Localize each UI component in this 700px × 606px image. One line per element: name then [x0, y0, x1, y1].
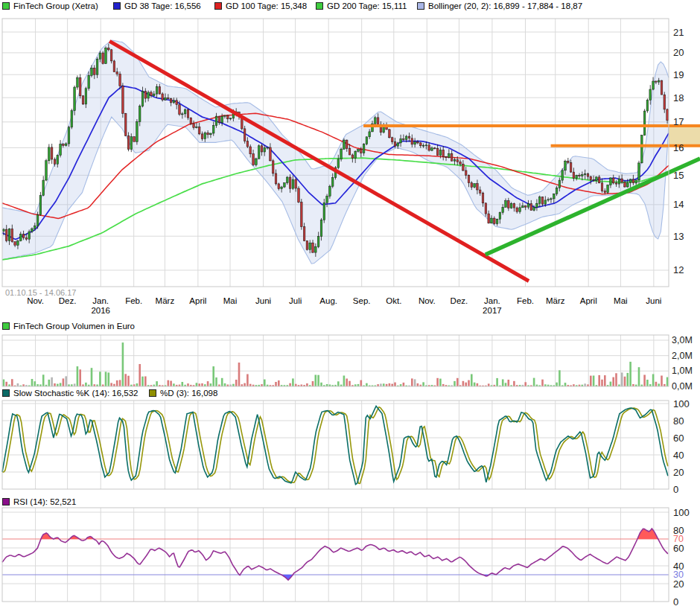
candle-body	[420, 143, 422, 146]
candle-body	[25, 237, 28, 239]
volume-bar	[360, 380, 363, 386]
volume-bar	[63, 378, 65, 386]
candle-body	[99, 53, 101, 59]
candle-body	[122, 86, 124, 114]
candle-body	[187, 109, 189, 118]
candle-body	[82, 96, 84, 104]
volume-bar	[11, 379, 13, 386]
candle-body	[173, 101, 175, 103]
volume-bar	[17, 383, 19, 386]
candle-body	[258, 146, 260, 159]
year-label: 2016	[91, 306, 110, 315]
volume-bar	[312, 381, 314, 386]
candle-body	[331, 178, 334, 187]
month-label: Feb.	[517, 296, 534, 305]
candle-body	[468, 175, 470, 182]
volume-bar	[170, 381, 172, 387]
volume-bar	[508, 380, 510, 386]
candle-body	[576, 175, 578, 178]
stochastic-axis-tick: 20	[673, 467, 684, 478]
volume-bar	[593, 376, 595, 387]
volume-bar	[533, 378, 535, 386]
volume-bar	[556, 383, 558, 386]
month-label: Dez.	[59, 296, 77, 305]
candle-body	[168, 98, 170, 98]
volume-bar	[598, 375, 600, 386]
candle-body	[377, 118, 379, 124]
candle-body	[666, 109, 669, 121]
candle-body	[615, 183, 617, 184]
volume-bar	[604, 375, 606, 386]
volume-bar	[624, 377, 626, 386]
price-axis-tick: 13	[673, 231, 684, 242]
price-axis-tick: 18	[673, 92, 684, 103]
candle-body	[403, 139, 405, 140]
volume-bar	[383, 383, 385, 386]
candle-body	[635, 180, 637, 183]
candle-body	[124, 113, 127, 135]
candle-body	[201, 134, 203, 139]
candle-body	[14, 242, 16, 246]
candle-body	[17, 241, 19, 246]
candle-body	[459, 162, 462, 165]
volume-bar	[477, 383, 479, 386]
candle-body	[130, 137, 133, 150]
volume-bar	[264, 380, 266, 386]
candle-body	[590, 176, 592, 180]
candle-body	[612, 178, 614, 183]
month-label: Juni	[255, 296, 271, 305]
candle-body	[71, 111, 73, 127]
month-label: Dez.	[451, 296, 468, 305]
candle-body	[281, 187, 283, 189]
candle-body	[102, 53, 104, 63]
volume-bar	[60, 383, 62, 386]
candle-body	[488, 214, 490, 223]
candle-body	[323, 202, 325, 220]
candle-body	[499, 212, 501, 219]
candle-body	[85, 89, 87, 104]
candle-body	[533, 207, 535, 210]
candle-body	[596, 177, 598, 181]
volume-bar	[246, 374, 249, 387]
candle-body	[360, 150, 363, 153]
volume-bar	[349, 381, 351, 386]
candle-body	[505, 201, 507, 208]
candle-body	[451, 153, 453, 161]
volume-bar	[643, 375, 646, 387]
candle-body	[553, 194, 556, 199]
volume-bar	[391, 384, 393, 386]
candle-body	[587, 174, 589, 177]
candle-body	[94, 68, 96, 74]
month-label: Jan.	[484, 296, 500, 305]
candle-body	[309, 243, 311, 249]
candle-body	[28, 232, 31, 239]
volume-bar	[414, 379, 416, 386]
stochastic-k-line	[2, 406, 668, 485]
volume-bar	[590, 376, 592, 386]
candle-body	[306, 240, 308, 249]
candle-body	[179, 105, 181, 115]
candle-body	[604, 191, 606, 193]
candle-body	[454, 160, 456, 162]
candle-body	[20, 234, 22, 240]
candle-body	[270, 147, 272, 161]
volume-bar	[215, 377, 217, 386]
candle-body	[144, 91, 147, 98]
candle-body	[508, 201, 510, 208]
candle-body	[579, 175, 581, 176]
candle-body	[96, 59, 98, 74]
volume-bar	[584, 383, 586, 386]
volume-bar	[85, 383, 87, 386]
price-axis-tick: 19	[673, 69, 684, 80]
volume-bar	[224, 383, 226, 386]
candle-body	[261, 146, 263, 152]
stochastic-axis-tick: 0	[673, 484, 678, 495]
volume-bar	[289, 383, 291, 386]
volume-bar	[389, 383, 391, 386]
candle-body	[224, 115, 226, 116]
month-label: März	[546, 296, 565, 305]
candle-body	[193, 124, 195, 127]
candle-body	[536, 203, 538, 207]
candle-body	[196, 127, 198, 127]
volume-bar	[156, 381, 158, 386]
